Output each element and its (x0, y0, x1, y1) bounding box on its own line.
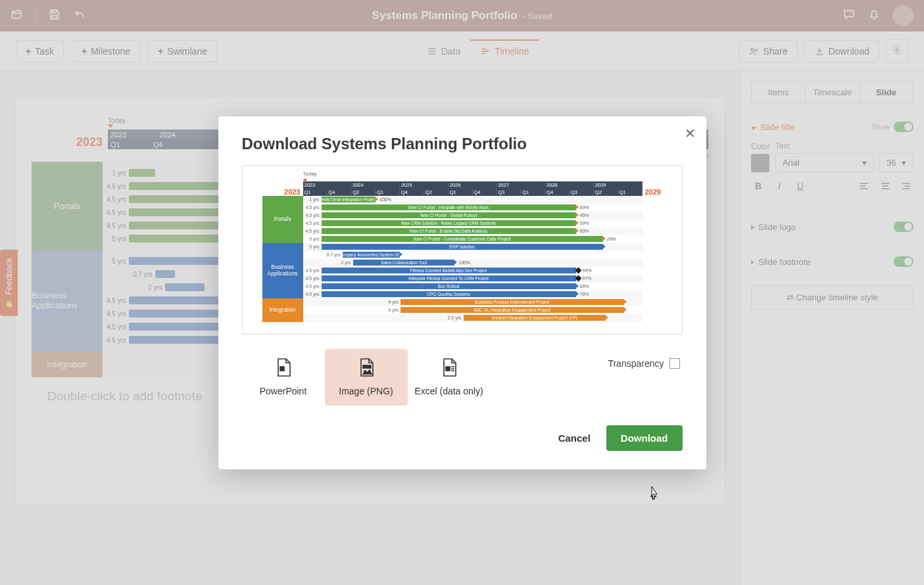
preview-task-row: 5 yrsERP Solution (303, 243, 643, 251)
preview-task-row: 2.5 yrsIntranet Integration Engagement P… (303, 314, 643, 322)
transparency-checkbox[interactable] (669, 358, 680, 369)
preview-task-row: 1 yrsHelp Desk Integration Project100% (303, 196, 643, 204)
preview-task-row: 2 yrsSales Collaboration Tool100% (303, 259, 643, 267)
preview-task-row: 4 yrsBusiness Process Improvement Projec… (303, 298, 643, 306)
transparency-label: Transparency (608, 358, 664, 369)
preview-today-label: Today (303, 171, 317, 177)
preview-today-marker-icon (303, 179, 307, 182)
preview-start-year: 2023 (262, 188, 303, 196)
download-modal: ✕ Download Systems Planning Portfolio 20… (218, 116, 706, 469)
format-image-png[interactable]: PNG Image (PNG) (325, 349, 408, 406)
preview-swimlane-biz: Business Applications (262, 243, 303, 298)
preview-task-row: 4.5 yrsBox Rollout88% (303, 283, 643, 291)
preview-task-row: 4.5 yrsNew CRM Solution - Retire Legacy … (303, 220, 643, 227)
svg-text:PNG: PNG (364, 365, 370, 368)
preview-swimlane-int: Integration (262, 298, 303, 322)
download-preview: 2023 Today 2023202420252026202720282029 … (242, 165, 683, 335)
preview-swimlane-portals: Portals (262, 196, 303, 243)
modal-overlay: ✕ Download Systems Planning Portfolio 20… (0, 0, 924, 585)
format-powerpoint[interactable]: P PowerPoint (242, 349, 325, 406)
preview-task-row: 4.5 yrsNew CI Portal - Enable Big Data A… (303, 227, 643, 235)
download-confirm-button[interactable]: Download (606, 425, 683, 451)
preview-end-year: 2029 (643, 188, 662, 196)
modal-title: Download Systems Planning Portfolio (242, 135, 683, 153)
close-icon[interactable]: ✕ (685, 126, 696, 141)
preview-task-row: 4 yrsABC GL Integration Engagement Proje… (303, 306, 643, 314)
format-excel[interactable]: X Excel (data only) (408, 349, 491, 406)
preview-task-row: 0.7 yrsLegacy Accounting System 2010 (303, 251, 643, 259)
cancel-button[interactable]: Cancel (554, 426, 595, 450)
preview-task-row: 4.5 yrsFitness Connect Mobile App Dev Pr… (303, 267, 643, 275)
preview-task-row: 4.5 yrsNew CI Portal - Global Rollout40% (303, 212, 643, 220)
preview-task-row: 4.5 yrsIntegrate Fitness Connect To CRM … (303, 275, 643, 283)
preview-task-row: 4.5 yrsNew CI Portal - Integrate with Mo… (303, 204, 643, 212)
preview-task-row: 5 yrsNew CI Portal - Consolidate Custome… (303, 235, 643, 243)
preview-task-row: 4.5 yrsCPQ Quoting Systems70% (303, 291, 643, 298)
